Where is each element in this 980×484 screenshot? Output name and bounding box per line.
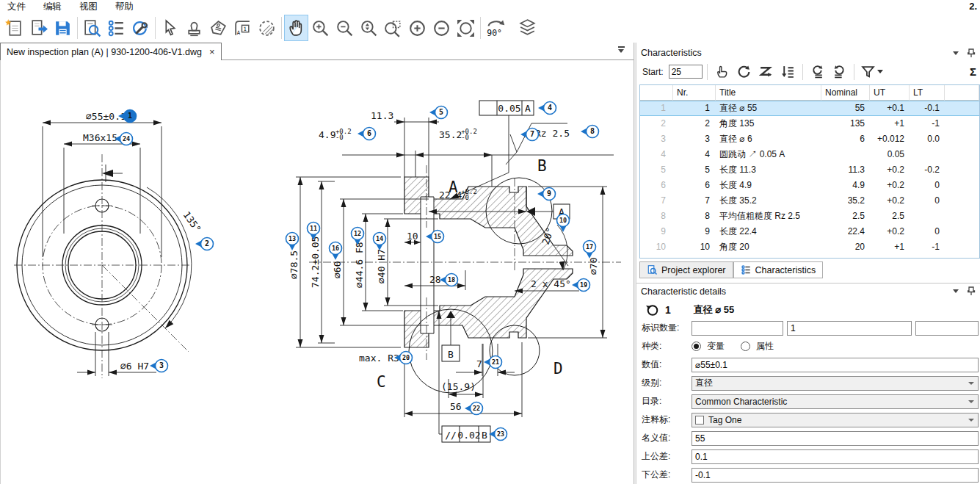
cell-x[interactable]	[945, 239, 979, 255]
cell-x[interactable]	[945, 178, 979, 193]
balloon-23[interactable]: 23	[489, 428, 507, 441]
characteristic-row[interactable]: 99长度 22.422.4+0.20	[640, 224, 979, 239]
find-characteristic-button[interactable]	[80, 15, 104, 41]
cell-idx[interactable]: 9	[640, 224, 673, 239]
cell-nr[interactable]: 4	[673, 147, 716, 162]
pin-icon[interactable]	[968, 286, 976, 296]
characteristic-row[interactable]: 55长度 11.311.3+0.2-0.2	[640, 162, 979, 178]
cell-title[interactable]: 圆跳动 ↗ 0.05 A	[716, 147, 821, 162]
cell-idx[interactable]: 8	[640, 209, 673, 224]
cell-nr[interactable]: 10	[673, 239, 716, 255]
decrease-button[interactable]	[429, 15, 454, 41]
balloon-22[interactable]: 22	[465, 402, 483, 415]
characteristics-list-button[interactable]	[104, 15, 128, 41]
tab-close-button[interactable]: ×	[209, 46, 215, 57]
cell-ut[interactable]: +1	[870, 116, 910, 131]
cell-lt[interactable]	[910, 209, 945, 224]
cell-nom[interactable]: 4.9	[821, 178, 870, 193]
drawing-canvas-area[interactable]: ⌀55±0.1M36x15135°⌀6 H711.34.9+0.2-035.2+…	[0, 60, 634, 484]
cell-title[interactable]: 直径 ⌀ 6	[716, 131, 821, 147]
cell-lt[interactable]: -1	[910, 239, 945, 255]
cell-lt[interactable]: 0	[910, 224, 945, 239]
zoom-window-button[interactable]	[381, 15, 405, 41]
layers-button[interactable]	[515, 15, 540, 41]
zoom-selection-button[interactable]	[357, 15, 381, 41]
panel-menu-chevron-icon[interactable]	[953, 51, 959, 55]
cell-x[interactable]	[945, 131, 979, 147]
cell-title[interactable]: 长度 4.9	[716, 178, 821, 193]
cell-ut[interactable]: +0.2	[870, 162, 910, 178]
cell-nom[interactable]: 135	[821, 116, 870, 131]
filter-button[interactable]	[859, 62, 885, 81]
cell-idx[interactable]: 3	[640, 131, 673, 147]
menu-edit[interactable]: 编辑	[43, 1, 62, 13]
cell-lt[interactable]: -0.1	[910, 101, 945, 116]
header-nr[interactable]: Nr.	[673, 85, 716, 101]
cell-ut[interactable]: +0.2	[870, 193, 910, 209]
cell-title[interactable]: 长度 35.2	[716, 193, 821, 209]
cell-lt[interactable]	[910, 147, 945, 162]
id-count-input-3[interactable]	[915, 321, 979, 336]
cell-nr[interactable]: 7	[673, 193, 716, 209]
balloon-10[interactable]: 10	[557, 214, 570, 233]
cell-idx[interactable]: 10	[640, 239, 673, 255]
renumber-backward-button[interactable]	[830, 62, 849, 81]
cell-lt[interactable]: -1	[910, 116, 945, 131]
cell-ut[interactable]: +0.012	[870, 131, 910, 147]
cell-title[interactable]: 角度 135	[716, 116, 821, 131]
cell-lt[interactable]: -0.2	[910, 162, 945, 178]
new-inspection-plan-button[interactable]	[2, 15, 26, 41]
sum-symbol[interactable]: Σ	[970, 65, 977, 78]
zoom-fit-button[interactable]	[454, 15, 478, 41]
cell-nom[interactable]: 2.5	[821, 209, 870, 224]
balloon-16[interactable]: 16	[330, 242, 342, 261]
checkbox-unchecked-icon[interactable]	[695, 416, 704, 425]
tag-tool-button[interactable]	[206, 15, 231, 41]
tab-list-button[interactable]	[616, 46, 626, 55]
balloon-9[interactable]: 9	[537, 188, 556, 201]
cell-x[interactable]	[945, 224, 979, 239]
cell-x[interactable]	[945, 101, 979, 116]
cell-ut[interactable]: +0.2	[870, 224, 910, 239]
kind-attribute-radio[interactable]: 属性	[741, 340, 774, 353]
cell-x[interactable]	[945, 162, 979, 178]
cell-x[interactable]	[945, 209, 979, 224]
cell-nr[interactable]: 6	[673, 178, 716, 193]
id-count-input-1[interactable]	[692, 321, 783, 336]
tab-characteristics[interactable]: Characteristics	[733, 261, 824, 278]
cell-idx[interactable]: 2	[640, 116, 673, 131]
balloon-dimension-button[interactable]: 1A	[231, 15, 255, 41]
balloon-13[interactable]: 13	[286, 233, 299, 251]
cell-idx[interactable]: 6	[640, 178, 673, 193]
start-input[interactable]	[669, 65, 703, 79]
balloon-19[interactable]: 19	[572, 279, 590, 292]
header-ut[interactable]: UT	[870, 85, 910, 101]
cell-title[interactable]: 角度 20	[716, 239, 821, 255]
balloon-2[interactable]: 2	[195, 238, 214, 250]
cell-lt[interactable]: 0.0	[910, 131, 945, 147]
radio-checked-icon[interactable]	[692, 342, 701, 351]
header-title[interactable]: Title	[716, 85, 821, 101]
zoom-out-button[interactable]	[333, 15, 357, 41]
cell-ut[interactable]: 2.5	[870, 209, 910, 224]
header-nominal[interactable]: Nominal	[821, 85, 870, 101]
pick-balloon-button[interactable]	[712, 62, 732, 81]
balloon-21[interactable]: 21	[484, 356, 502, 369]
cell-nr[interactable]: 2	[673, 116, 716, 131]
cell-idx[interactable]: 1	[640, 101, 673, 116]
nominal-input[interactable]	[692, 431, 979, 446]
cell-nom[interactable]: 11.3	[821, 162, 870, 178]
evaluate-settings-button[interactable]	[128, 15, 153, 41]
characteristic-row[interactable]: 22角度 135135+1-1	[640, 116, 979, 131]
cell-ut[interactable]: +1	[870, 239, 910, 255]
characteristic-row[interactable]: 1010角度 2020+1-1	[640, 239, 979, 255]
cell-nom[interactable]: 6	[821, 131, 870, 147]
balloon-8[interactable]: 8	[581, 126, 599, 138]
header-lt[interactable]: LT	[910, 85, 945, 101]
characteristic-row[interactable]: 44圆跳动 ↗ 0.05 A0.05	[640, 147, 979, 162]
select-tool-button[interactable]	[158, 15, 182, 41]
cell-x[interactable]	[945, 147, 979, 162]
balloon-6[interactable]: 6	[357, 128, 376, 140]
cell-lt[interactable]: 0	[910, 178, 945, 193]
sort-list-button[interactable]	[778, 62, 798, 81]
